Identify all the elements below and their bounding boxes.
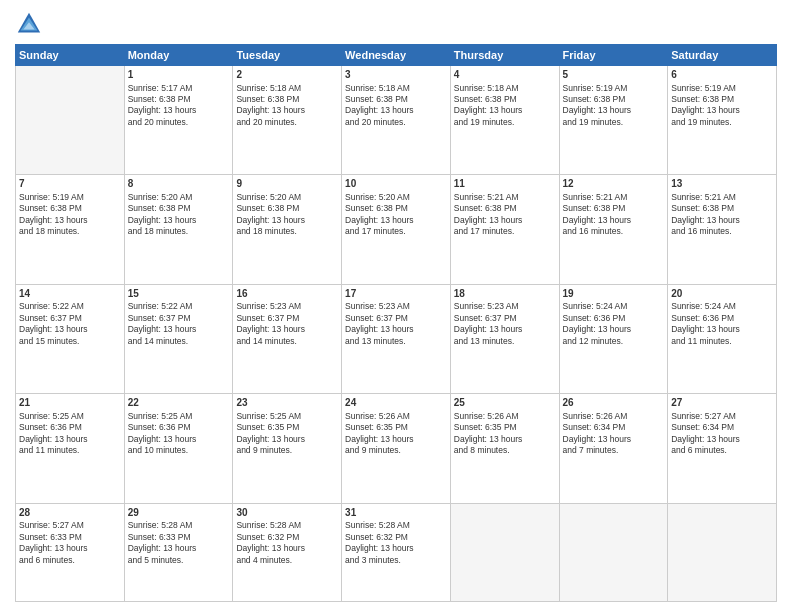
calendar-cell: 20Sunrise: 5:24 AMSunset: 6:36 PMDayligh… bbox=[668, 284, 777, 393]
calendar-header-monday: Monday bbox=[124, 45, 233, 66]
day-number: 23 bbox=[236, 396, 338, 410]
day-number: 10 bbox=[345, 177, 447, 191]
week-row-3: 14Sunrise: 5:22 AMSunset: 6:37 PMDayligh… bbox=[16, 284, 777, 393]
calendar-header-sunday: Sunday bbox=[16, 45, 125, 66]
week-row-5: 28Sunrise: 5:27 AMSunset: 6:33 PMDayligh… bbox=[16, 503, 777, 601]
calendar-cell: 10Sunrise: 5:20 AMSunset: 6:38 PMDayligh… bbox=[342, 175, 451, 284]
day-number: 30 bbox=[236, 506, 338, 520]
page: SundayMondayTuesdayWednesdayThursdayFrid… bbox=[0, 0, 792, 612]
calendar-cell: 9Sunrise: 5:20 AMSunset: 6:38 PMDaylight… bbox=[233, 175, 342, 284]
day-number: 17 bbox=[345, 287, 447, 301]
day-number: 27 bbox=[671, 396, 773, 410]
day-number: 4 bbox=[454, 68, 556, 82]
calendar: SundayMondayTuesdayWednesdayThursdayFrid… bbox=[15, 44, 777, 602]
calendar-cell: 28Sunrise: 5:27 AMSunset: 6:33 PMDayligh… bbox=[16, 503, 125, 601]
week-row-1: 1Sunrise: 5:17 AMSunset: 6:38 PMDaylight… bbox=[16, 66, 777, 175]
day-number: 6 bbox=[671, 68, 773, 82]
calendar-cell: 19Sunrise: 5:24 AMSunset: 6:36 PMDayligh… bbox=[559, 284, 668, 393]
day-number: 28 bbox=[19, 506, 121, 520]
calendar-cell: 8Sunrise: 5:20 AMSunset: 6:38 PMDaylight… bbox=[124, 175, 233, 284]
day-number: 1 bbox=[128, 68, 230, 82]
day-number: 18 bbox=[454, 287, 556, 301]
calendar-cell: 23Sunrise: 5:25 AMSunset: 6:35 PMDayligh… bbox=[233, 394, 342, 503]
day-number: 15 bbox=[128, 287, 230, 301]
calendar-cell: 25Sunrise: 5:26 AMSunset: 6:35 PMDayligh… bbox=[450, 394, 559, 503]
calendar-header-wednesday: Wednesday bbox=[342, 45, 451, 66]
calendar-cell: 31Sunrise: 5:28 AMSunset: 6:32 PMDayligh… bbox=[342, 503, 451, 601]
calendar-cell: 4Sunrise: 5:18 AMSunset: 6:38 PMDaylight… bbox=[450, 66, 559, 175]
calendar-cell: 22Sunrise: 5:25 AMSunset: 6:36 PMDayligh… bbox=[124, 394, 233, 503]
calendar-cell bbox=[450, 503, 559, 601]
calendar-cell bbox=[668, 503, 777, 601]
logo-icon bbox=[15, 10, 43, 38]
calendar-cell bbox=[559, 503, 668, 601]
logo bbox=[15, 10, 47, 38]
calendar-header-row: SundayMondayTuesdayWednesdayThursdayFrid… bbox=[16, 45, 777, 66]
calendar-cell: 11Sunrise: 5:21 AMSunset: 6:38 PMDayligh… bbox=[450, 175, 559, 284]
week-row-4: 21Sunrise: 5:25 AMSunset: 6:36 PMDayligh… bbox=[16, 394, 777, 503]
header bbox=[15, 10, 777, 38]
day-number: 26 bbox=[563, 396, 665, 410]
calendar-cell: 12Sunrise: 5:21 AMSunset: 6:38 PMDayligh… bbox=[559, 175, 668, 284]
day-number: 29 bbox=[128, 506, 230, 520]
calendar-cell: 2Sunrise: 5:18 AMSunset: 6:38 PMDaylight… bbox=[233, 66, 342, 175]
calendar-cell bbox=[16, 66, 125, 175]
calendar-cell: 6Sunrise: 5:19 AMSunset: 6:38 PMDaylight… bbox=[668, 66, 777, 175]
calendar-cell: 1Sunrise: 5:17 AMSunset: 6:38 PMDaylight… bbox=[124, 66, 233, 175]
day-number: 22 bbox=[128, 396, 230, 410]
day-number: 12 bbox=[563, 177, 665, 191]
day-number: 9 bbox=[236, 177, 338, 191]
day-number: 24 bbox=[345, 396, 447, 410]
calendar-cell: 30Sunrise: 5:28 AMSunset: 6:32 PMDayligh… bbox=[233, 503, 342, 601]
day-number: 8 bbox=[128, 177, 230, 191]
calendar-header-friday: Friday bbox=[559, 45, 668, 66]
calendar-cell: 3Sunrise: 5:18 AMSunset: 6:38 PMDaylight… bbox=[342, 66, 451, 175]
calendar-cell: 18Sunrise: 5:23 AMSunset: 6:37 PMDayligh… bbox=[450, 284, 559, 393]
calendar-cell: 5Sunrise: 5:19 AMSunset: 6:38 PMDaylight… bbox=[559, 66, 668, 175]
calendar-cell: 21Sunrise: 5:25 AMSunset: 6:36 PMDayligh… bbox=[16, 394, 125, 503]
calendar-cell: 15Sunrise: 5:22 AMSunset: 6:37 PMDayligh… bbox=[124, 284, 233, 393]
calendar-cell: 7Sunrise: 5:19 AMSunset: 6:38 PMDaylight… bbox=[16, 175, 125, 284]
calendar-cell: 14Sunrise: 5:22 AMSunset: 6:37 PMDayligh… bbox=[16, 284, 125, 393]
day-number: 11 bbox=[454, 177, 556, 191]
day-number: 25 bbox=[454, 396, 556, 410]
calendar-header-thursday: Thursday bbox=[450, 45, 559, 66]
day-number: 19 bbox=[563, 287, 665, 301]
day-number: 2 bbox=[236, 68, 338, 82]
calendar-cell: 13Sunrise: 5:21 AMSunset: 6:38 PMDayligh… bbox=[668, 175, 777, 284]
day-number: 31 bbox=[345, 506, 447, 520]
calendar-cell: 16Sunrise: 5:23 AMSunset: 6:37 PMDayligh… bbox=[233, 284, 342, 393]
day-number: 7 bbox=[19, 177, 121, 191]
day-number: 16 bbox=[236, 287, 338, 301]
day-number: 5 bbox=[563, 68, 665, 82]
calendar-cell: 17Sunrise: 5:23 AMSunset: 6:37 PMDayligh… bbox=[342, 284, 451, 393]
calendar-cell: 29Sunrise: 5:28 AMSunset: 6:33 PMDayligh… bbox=[124, 503, 233, 601]
calendar-header-tuesday: Tuesday bbox=[233, 45, 342, 66]
day-number: 20 bbox=[671, 287, 773, 301]
day-number: 3 bbox=[345, 68, 447, 82]
calendar-header-saturday: Saturday bbox=[668, 45, 777, 66]
day-number: 21 bbox=[19, 396, 121, 410]
day-number: 14 bbox=[19, 287, 121, 301]
calendar-cell: 26Sunrise: 5:26 AMSunset: 6:34 PMDayligh… bbox=[559, 394, 668, 503]
calendar-cell: 24Sunrise: 5:26 AMSunset: 6:35 PMDayligh… bbox=[342, 394, 451, 503]
week-row-2: 7Sunrise: 5:19 AMSunset: 6:38 PMDaylight… bbox=[16, 175, 777, 284]
calendar-cell: 27Sunrise: 5:27 AMSunset: 6:34 PMDayligh… bbox=[668, 394, 777, 503]
day-number: 13 bbox=[671, 177, 773, 191]
